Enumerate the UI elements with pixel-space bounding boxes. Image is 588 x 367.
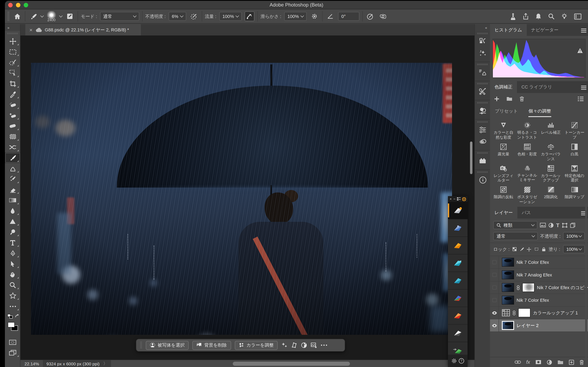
generative-sparkle-icon[interactable] — [282, 342, 288, 348]
object-selection-tool[interactable] — [5, 68, 20, 78]
clone-stamp-tool[interactable] — [5, 163, 20, 174]
adj-hue-saturation[interactable]: 色相・彩度 — [515, 143, 539, 161]
adj-gradient-map[interactable]: 階調マップ — [563, 187, 586, 205]
adj-invert[interactable]: 階調の反転 — [492, 187, 515, 205]
ai-generate-panel-icon[interactable] — [475, 48, 490, 58]
pen-tool[interactable] — [5, 248, 20, 259]
plugin-item[interactable] — [448, 219, 467, 237]
layer-row-selected[interactable]: レイヤー 2 — [490, 319, 588, 332]
transform-icon[interactable] — [291, 342, 297, 348]
layer-row[interactable]: Nik 7 Analog Efex — [490, 269, 588, 281]
lock-artboard-icon[interactable] — [534, 247, 539, 252]
brush-size-chevron[interactable] — [59, 14, 63, 17]
plugin-item[interactable] — [448, 237, 467, 254]
visibility-toggle[interactable] — [490, 294, 499, 306]
list-view-icon[interactable] — [577, 96, 584, 101]
subtab-presets[interactable]: プリセット — [495, 108, 518, 117]
layer-fill-field[interactable]: 100% — [563, 245, 585, 253]
pressure-size-icon[interactable] — [365, 11, 375, 21]
add-layer-mask-icon[interactable] — [535, 360, 541, 365]
swap-arrows-tool[interactable] — [5, 142, 20, 152]
share-icon[interactable] — [523, 13, 529, 20]
delete-layer-icon[interactable] — [579, 359, 584, 365]
lasso-tool[interactable] — [5, 57, 20, 68]
adj-color-lookup[interactable]: カラールックアップ — [539, 165, 563, 183]
tab-layers[interactable]: レイヤー — [490, 207, 517, 218]
opacity-field[interactable]: 6% — [169, 12, 186, 21]
hand-tool[interactable] — [5, 269, 20, 280]
sharpen-tool[interactable] — [5, 216, 20, 227]
adj-channel-mixer[interactable]: チャンネルミキサー — [515, 165, 539, 183]
layer-row[interactable]: Nik 7 Color Efex — [490, 294, 588, 307]
plugin-item[interactable] — [448, 202, 467, 219]
tab-cc-libraries[interactable]: CC ライブラリ — [517, 81, 557, 93]
plugin-item[interactable] — [448, 325, 467, 342]
delete-trash-icon[interactable] — [519, 96, 524, 101]
canvas-horizontal-scrollbar[interactable] — [233, 362, 350, 366]
path-selection-tool[interactable] — [5, 259, 20, 269]
plugin-settings-gear-icon[interactable] — [451, 358, 457, 364]
filter-shape-layers-icon[interactable] — [562, 222, 568, 228]
remove-tool[interactable] — [5, 110, 20, 121]
add-image-icon[interactable] — [311, 342, 318, 348]
smoothing-gear-icon[interactable] — [310, 11, 319, 21]
adj-levels[interactable]: レベル補正 — [539, 122, 563, 140]
adjustments-panel-menu-icon[interactable] — [581, 85, 586, 91]
canvas-vertical-scrollbar[interactable] — [470, 142, 472, 174]
brush-tool-selected[interactable] — [5, 152, 20, 163]
color-lookup-layer-icon[interactable] — [502, 309, 510, 317]
plugin-item[interactable] — [448, 307, 467, 325]
tools-panel-icon[interactable] — [475, 86, 490, 97]
adj-black-white[interactable]: 白黒 — [563, 143, 586, 161]
properties-panel-icon[interactable] — [475, 124, 490, 135]
layer-thumbnail[interactable] — [502, 296, 514, 305]
visibility-toggle[interactable] — [490, 256, 499, 268]
pressure-opacity-icon[interactable] — [189, 11, 199, 21]
status-chevron-icon[interactable]: 〉 — [103, 361, 108, 366]
taskbar-more-icon[interactable] — [321, 345, 327, 346]
tab-paths[interactable]: パス — [517, 207, 536, 218]
zoom-percentage[interactable]: 22.14% — [25, 361, 39, 366]
discover-lightbulb-icon[interactable] — [561, 13, 568, 20]
layer-thumbnail[interactable] — [502, 258, 514, 267]
healing-patch-tool[interactable] — [5, 121, 20, 131]
plugin-scrollbar[interactable] — [585, 203, 587, 360]
layer-mask-thumbnail[interactable] — [522, 283, 535, 292]
smoothing-field[interactable]: 100% — [284, 12, 307, 21]
brush-angle-field[interactable]: 0° — [338, 12, 359, 21]
plugin-close-icon[interactable]: × — [450, 197, 452, 201]
eyedropper-tool[interactable] — [5, 89, 20, 100]
swap-colors-icon[interactable] — [15, 314, 20, 318]
link-layers-icon[interactable] — [514, 360, 521, 364]
adj-color-balance[interactable]: カラーバランス — [539, 143, 563, 161]
color-swatches[interactable] — [5, 322, 20, 334]
visibility-toggle[interactable] — [490, 319, 499, 332]
edit-toolbar-ellipsis-icon[interactable] — [5, 301, 20, 312]
history-brush-tool[interactable] — [5, 174, 20, 184]
tab-navigator[interactable]: ナビゲーター — [527, 24, 563, 36]
filter-pixel-layers-icon[interactable] — [540, 223, 546, 227]
layer-row[interactable]: Nik 7 Color Efex のコピー — [490, 281, 588, 294]
filter-smart-objects-icon[interactable] — [570, 222, 575, 228]
blend-mode-select[interactable]: 通常 — [100, 12, 139, 21]
camera-raw-panel-icon[interactable] — [475, 105, 490, 116]
tab-histogram[interactable]: ヒストグラム — [490, 24, 527, 36]
zoom-tool[interactable] — [5, 280, 20, 290]
default-swap-colors[interactable] — [5, 313, 20, 322]
spot-healing-brush-tool[interactable] — [5, 100, 20, 110]
photo-document[interactable] — [31, 63, 452, 335]
dodge-tool[interactable] — [5, 227, 20, 237]
clone-source-panel-icon[interactable] — [475, 67, 490, 77]
move-tool[interactable] — [5, 36, 20, 47]
visibility-toggle[interactable] — [490, 307, 499, 319]
new-group-folder-icon[interactable] — [506, 96, 512, 101]
filter-type-layers-icon[interactable]: T — [556, 222, 559, 228]
paint-symmetry-icon[interactable] — [378, 11, 388, 21]
mask-link-icon[interactable] — [512, 310, 516, 315]
type-tool[interactable] — [5, 237, 20, 248]
eraser-tool[interactable] — [5, 184, 20, 195]
workspace-switcher-icon[interactable] — [574, 13, 581, 19]
adj-vibrance[interactable]: カラーと自然な彩度 — [492, 122, 515, 140]
taskbar-drag-handle[interactable] — [140, 342, 142, 349]
lock-pixels-brush-icon[interactable] — [519, 247, 524, 252]
